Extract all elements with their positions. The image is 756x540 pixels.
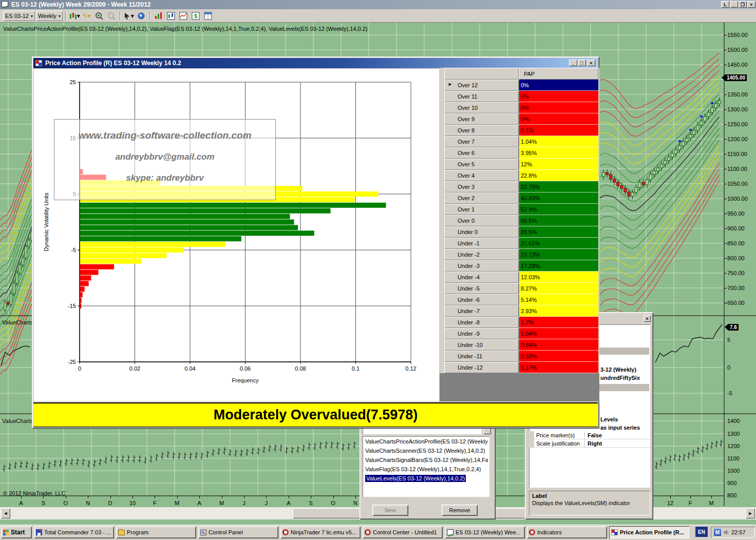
table-row[interactable]: Under -412.03% [444, 272, 598, 283]
table-row[interactable]: Under -110.33% [444, 351, 598, 362]
row-value-cell[interactable]: 0.64% [519, 339, 598, 351]
row-value-cell[interactable]: 0% [519, 80, 598, 91]
row-value-cell[interactable]: 1.04% [519, 328, 598, 339]
table-row[interactable]: Over 80.1% [444, 125, 598, 136]
list-item[interactable]: ValueChartsScanner(ES 03-12 (Weekly),14,… [365, 447, 488, 456]
row-label[interactable]: Under -7 [444, 305, 519, 317]
taskbar-button[interactable]: Indicators [527, 526, 607, 538]
row-label[interactable]: Over 8 [444, 125, 519, 136]
property-row[interactable]: Price marker(s) False [534, 431, 650, 439]
row-value-cell[interactable]: 39.5% [519, 226, 598, 238]
row-value-cell[interactable]: 0.17% [519, 362, 598, 373]
table-row[interactable]: Over 12►0% [444, 80, 598, 91]
language-indicator[interactable]: EN [695, 527, 708, 537]
row-value-cell[interactable]: 23.13% [519, 249, 598, 260]
table-row[interactable]: Under -100.64% [444, 339, 598, 351]
row-value-cell[interactable]: 17.29% [519, 260, 598, 272]
row-label[interactable]: Under -11 [444, 351, 519, 362]
row-label[interactable]: Over 11 [444, 91, 519, 102]
table-row[interactable]: Over 90% [444, 113, 598, 125]
row-value-cell[interactable]: 22.8% [519, 170, 598, 181]
table-row[interactable]: Under -223.13% [444, 249, 598, 260]
indicators-listbox[interactable]: ValueChartsPriceActionProfile(ES 03-12 (… [363, 436, 489, 497]
row-label[interactable]: Over 2 [444, 192, 519, 204]
taskbar-button[interactable]: Total Commander 7.03 - ... [34, 526, 114, 538]
row-label[interactable]: Under -2 [444, 249, 519, 260]
bars-indicator-icon[interactable] [153, 11, 164, 21]
row-value-cell[interactable]: 1.04% [519, 136, 598, 147]
row-label[interactable]: Over 0 [444, 215, 519, 226]
table-row[interactable]: Over 512% [444, 159, 598, 170]
row-label[interactable]: Under -6 [444, 294, 519, 305]
table-row[interactable]: Over 71.04% [444, 136, 598, 147]
row-label[interactable]: Over 7 [444, 136, 519, 147]
list-item[interactable]: ValueChartsSignalBars(ES 03-12 (Weekly),… [365, 456, 488, 465]
table-row[interactable]: Under -91.04% [444, 328, 598, 339]
taskbar-button[interactable]: Price Action Profile (R... [609, 526, 689, 538]
row-label[interactable]: Under -10 [444, 339, 519, 351]
table-row[interactable]: Under 039.5% [444, 226, 598, 238]
list-item[interactable]: ValueLevels(ES 03-12 (Weekly),14,0.2) [365, 474, 488, 484]
row-label[interactable]: Under -12 [444, 362, 519, 373]
table-row[interactable]: Under -120.17% [444, 362, 598, 373]
row-label[interactable]: Under 0 [444, 226, 519, 238]
table-row[interactable]: Over 110% [444, 91, 598, 102]
row-value-cell[interactable]: 1.7% [519, 317, 598, 328]
zoom-in-icon[interactable] [93, 11, 105, 21]
row-label[interactable]: Over 10 [444, 102, 519, 113]
table-row[interactable]: Over 152.9% [444, 204, 598, 215]
row-value-cell[interactable]: 0% [519, 91, 598, 102]
row-value-cell[interactable]: 3.95% [519, 147, 598, 159]
restore-icon[interactable]: ❐ [739, 1, 747, 8]
table-row[interactable]: Over 422.8% [444, 170, 598, 181]
minimize-icon[interactable]: _ [730, 1, 738, 8]
row-label[interactable]: Under -8 [444, 317, 519, 328]
instrument-dropdown[interactable]: ES 03-12 [3, 11, 35, 21]
table-row[interactable]: Under -72.93% [444, 305, 598, 317]
scroll-right-icon[interactable]: ► [746, 508, 755, 518]
list-item[interactable]: ValueChartsPriceActionProfile(ES 03-12 (… [365, 437, 488, 447]
row-label[interactable]: Over 9 [444, 113, 519, 125]
close-icon[interactable]: × [644, 315, 651, 322]
table-row[interactable]: Under -317.29% [444, 260, 598, 272]
table-row[interactable]: Over 63.95% [444, 147, 598, 159]
row-value-cell[interactable]: 2.93% [519, 305, 598, 317]
row-value-cell[interactable]: 0.1% [519, 125, 598, 136]
link-window-button[interactable]: L [721, 1, 729, 8]
start-button[interactable]: Start [1, 526, 32, 538]
property-value[interactable]: False [588, 432, 602, 438]
grid-panel-icon[interactable] [202, 11, 214, 21]
row-label[interactable]: Over 1 [444, 204, 519, 215]
row-label[interactable]: Under -9 [444, 328, 519, 339]
row-value-cell[interactable]: 60.5% [519, 215, 598, 226]
table-row[interactable]: Under -65.14% [444, 294, 598, 305]
row-value-cell[interactable]: 12% [519, 159, 598, 170]
table-row[interactable]: Over 243.83% [444, 192, 598, 204]
row-value-cell[interactable]: 52.9% [519, 204, 598, 215]
taskbar-button[interactable]: Control Panel [198, 526, 278, 538]
table-row[interactable]: Over 060.5% [444, 215, 598, 226]
interval-dropdown[interactable]: Weekly [36, 11, 63, 21]
table-row[interactable]: Over 100% [444, 102, 598, 113]
speaker-icon[interactable] [723, 529, 729, 535]
chart-style-icon[interactable]: ▾ [69, 11, 80, 21]
row-value-cell[interactable]: 8.27% [519, 283, 598, 294]
row-label[interactable]: Over 4 [444, 170, 519, 181]
row-label[interactable]: Over 5 [444, 159, 519, 170]
table-row[interactable]: Under -131.61% [444, 238, 598, 249]
row-value-cell[interactable]: 12.03% [519, 272, 598, 283]
row-label[interactable]: Under -4 [444, 272, 519, 283]
data-box-icon[interactable] [136, 11, 147, 21]
row-label[interactable]: Under -3 [444, 260, 519, 272]
property-row[interactable]: Scale justification Right [534, 439, 650, 448]
list-item[interactable]: ValueFlag(ES 03-12 (Weekly),14,1,True,0.… [365, 465, 488, 474]
line-chart-icon[interactable] [178, 11, 189, 21]
taskbar-button[interactable]: NinjaTrader 7 lic.emu v5... [280, 526, 361, 538]
close-icon[interactable]: × [747, 1, 755, 8]
row-value-cell[interactable]: 32.75% [519, 181, 598, 192]
candles-window-icon[interactable] [165, 11, 177, 21]
row-label[interactable]: Over 3 [444, 181, 519, 192]
taskbar-button[interactable]: Control Center - Untitled1 [363, 526, 443, 538]
row-value-cell[interactable]: 43.83% [519, 192, 598, 204]
row-value-cell[interactable]: 31.61% [519, 238, 598, 249]
